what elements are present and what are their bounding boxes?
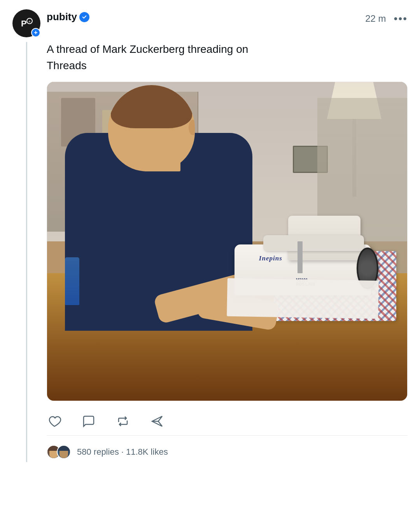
likes-count: 11.8K likes xyxy=(126,447,168,457)
svg-text:P: P xyxy=(21,19,27,28)
like-button[interactable] xyxy=(47,414,62,429)
heart-icon xyxy=(47,414,61,428)
thread-line xyxy=(26,42,27,462)
speech-bubble-icon xyxy=(82,414,96,428)
post-card: P + + pubity xyxy=(0,0,420,468)
post-header: P + + pubity xyxy=(12,9,408,37)
share-icon xyxy=(149,414,165,429)
username-row: pubity xyxy=(47,11,89,23)
thread-line-column xyxy=(12,40,40,462)
divider xyxy=(47,435,408,436)
like-icon xyxy=(47,414,62,429)
verified-icon xyxy=(81,14,88,20)
avatar-plus-button[interactable]: + xyxy=(31,28,40,37)
actions-bar xyxy=(47,410,408,435)
more-options-button[interactable]: ••• xyxy=(394,12,408,25)
share-button[interactable] xyxy=(149,414,165,429)
post-header-right: 22 m ••• xyxy=(365,9,408,25)
repost-button[interactable] xyxy=(115,414,131,429)
comment-button[interactable] xyxy=(81,414,96,429)
sewing-machine-label: Inepins xyxy=(259,255,282,262)
post-body: A thread of Mark Zuckerberg threading on… xyxy=(47,40,408,462)
verified-badge xyxy=(79,12,89,22)
reply-avatar-2 xyxy=(57,445,71,459)
post-image-content: Inepins M2101ROS LINIX xyxy=(47,82,407,401)
person-head xyxy=(108,85,194,171)
replies-text: 580 replies · 11.8K likes xyxy=(77,447,168,457)
reply-avatars xyxy=(47,445,71,459)
paper-plane-icon xyxy=(150,414,164,428)
repost-arrows-icon xyxy=(116,414,130,428)
post-text: A thread of Mark Zuckerberg threading on… xyxy=(47,40,408,74)
person-hair xyxy=(111,85,192,128)
svg-text:+: + xyxy=(28,19,31,24)
replies-count: 580 replies xyxy=(77,447,119,457)
sewing-needle xyxy=(298,241,303,273)
username-text[interactable]: pubity xyxy=(47,11,77,23)
sewing-paper xyxy=(227,278,379,319)
post-text-line1: A thread of Mark Zuckerberg threading on xyxy=(47,43,248,55)
replies-section: 580 replies · 11.8K likes xyxy=(47,442,408,462)
post-image[interactable]: Inepins M2101ROS LINIX xyxy=(47,82,408,401)
sewing-machine-arm xyxy=(263,235,364,251)
blue-bottle xyxy=(65,257,79,305)
repost-icon xyxy=(115,414,131,429)
post-text-line2: Threads xyxy=(47,59,87,72)
avatar-container[interactable]: P + + xyxy=(12,9,40,37)
post-header-left: P + + pubity xyxy=(12,9,89,37)
timestamp: 22 m xyxy=(365,13,386,24)
post-meta: pubity xyxy=(47,9,89,23)
comment-icon xyxy=(81,414,96,429)
post-content-area: A thread of Mark Zuckerberg threading on… xyxy=(12,40,408,462)
stats-separator: · xyxy=(121,447,124,457)
